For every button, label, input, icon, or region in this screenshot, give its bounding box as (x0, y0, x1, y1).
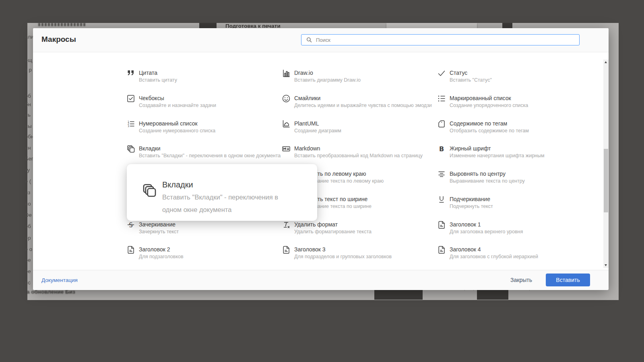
macro-title: Draw.io (294, 69, 361, 76)
macro-title: Жирный шрифт (450, 145, 545, 152)
macro-desc: Для подзаголовков (139, 253, 184, 260)
macro-grid: Цитата Вставить цитату Чекбоксы Создавай… (33, 52, 609, 270)
scroll-up-arrow[interactable] (605, 61, 607, 63)
macro-item-underline[interactable]: Подчеркивание Подчеркнуть текст (429, 195, 585, 220)
svg-text:3: 3 (128, 124, 129, 128)
bullet-list-icon (437, 94, 446, 103)
macro-item-bullet-list[interactable]: Маркированный список Создание упорядочен… (429, 94, 585, 119)
svg-text:B: B (439, 145, 444, 153)
dialog-header: Макросы (33, 28, 609, 52)
macro-desc: Создавайте и назначайте задачи (139, 102, 216, 109)
macro-desc: Для заголовка верхнего уровня (450, 228, 523, 235)
numbered-list-icon: 1 2 3 (126, 119, 136, 129)
svg-text:S: S (129, 221, 133, 228)
underline-icon (437, 195, 446, 204)
markdown-icon (281, 144, 291, 154)
macro-item-remove-format[interactable]: Удалить формат Удалить форматирование те… (274, 220, 429, 245)
macro-desc: Изменение начертания шрифта жирным (450, 152, 545, 159)
search-input[interactable] (313, 35, 579, 44)
macro-item-drawio[interactable]: Draw.io Вставить диаграмму Draw.io (274, 68, 429, 94)
dimmed-ui-block (199, 23, 217, 29)
macro-item-heading2[interactable]: Заголовок 2 Для подзаголовков (119, 245, 274, 270)
macro-desc: Вставить диаграмму Draw.io (294, 77, 361, 84)
macro-title: Заголовок 1 (450, 221, 523, 228)
macro-item-bold[interactable]: B Жирный шрифт Изменение начертания шриф… (429, 144, 585, 169)
macro-title: Смайлики (294, 95, 429, 102)
tabs-icon (126, 144, 136, 154)
macro-desc: Для подразделов и групповых заголовков (294, 253, 392, 260)
macro-item-heading1[interactable]: Заголовок 1 Для заголовка верхнего уровн… (429, 220, 585, 245)
macro-item-numbered-list[interactable]: 1 2 3 Нумерованный список Создание нумер… (119, 119, 274, 144)
document-icon (437, 220, 446, 230)
macro-desc: Создание нумерованного списка (139, 128, 215, 134)
dialog-footer: Документация Закрыть Вставить (33, 270, 609, 290)
tooltip-description: Вставить "Вкладки" - переключения в одно… (162, 191, 295, 216)
macro-title: Маркированный список (450, 95, 528, 102)
macro-title: Заголовок 3 (294, 246, 392, 253)
insert-button[interactable]: Вставить (546, 274, 590, 286)
macro-item-checkboxes[interactable]: Чекбоксы Создавайте и назначайте задачи (119, 94, 274, 119)
document-icon (126, 245, 136, 255)
macro-title: Статус (450, 69, 492, 76)
scroll-down-arrow[interactable] (605, 264, 607, 266)
quote-icon (126, 68, 136, 78)
macro-title: Содержимое по тегам (450, 120, 529, 127)
macro-desc: Для заголовков с глубокой иерархией (450, 253, 538, 260)
macro-desc: Выравнивание текста по центру (450, 178, 525, 185)
document-icon (281, 245, 291, 255)
bold-icon: B (437, 144, 446, 154)
macro-title: Markdown (294, 145, 423, 152)
tag-icon (437, 119, 446, 129)
macro-item-content-by-tags[interactable]: Содержимое по тегам Отобразить содержимо… (429, 119, 585, 144)
macro-item-align-center[interactable]: Выровнять по центру Выравнивание текста … (429, 169, 585, 195)
macro-desc: Отобразить содержимое по тегам (450, 128, 529, 134)
macro-column-3: Статус Вставить "Статус" Маркированный с… (429, 68, 585, 270)
dimmed-panel (386, 23, 477, 29)
macro-item-strikethrough[interactable]: S Зачеркивание Зачеркнуть текст (119, 220, 274, 245)
checkbox-icon (126, 94, 136, 103)
macro-desc: Создание упорядоченного списка (450, 102, 528, 109)
macro-desc: Вставить "Вкладки" - переключения в одно… (139, 152, 274, 159)
macro-title: Удалить формат (294, 221, 372, 228)
scrollbar-track[interactable] (603, 60, 609, 268)
macro-list-area: Цитата Вставить цитату Чекбоксы Создавай… (33, 52, 609, 270)
smiley-icon (281, 94, 291, 103)
dimmed-ui-block (502, 23, 512, 29)
macro-item-heading3[interactable]: Заголовок 3 Для подразделов и групповых … (274, 245, 429, 270)
macro-desc: Вставить преобразованный код Markdown на… (294, 152, 423, 159)
macros-dialog: Макросы Цитата Вставить цитату (33, 28, 609, 290)
macro-desc: Удалить форматирование текста (294, 228, 372, 235)
search-box[interactable] (301, 34, 580, 45)
close-button[interactable]: Закрыть (504, 274, 539, 286)
search-icon (305, 36, 313, 43)
macro-title: Зачеркивание (139, 221, 179, 228)
document-icon (437, 245, 446, 255)
dialog-title: Макросы (41, 35, 76, 44)
macro-desc: Вставить цитату (139, 77, 177, 84)
strikethrough-icon: S (126, 220, 136, 230)
macro-hover-tooltip: Вкладки Вставить "Вкладки" - переключени… (127, 164, 317, 221)
macro-desc: Создание диаграмм (294, 128, 341, 134)
macro-title: Цитата (139, 69, 177, 76)
macro-item-quote[interactable]: Цитата Вставить цитату (119, 68, 274, 94)
macro-item-heading4[interactable]: Заголовок 4 Для заголовков с глубокой ие… (429, 245, 585, 270)
macro-desc: Зачеркнуть текст (139, 228, 179, 235)
macro-desc: Делитесь идеями и выражайте чувства с по… (294, 102, 429, 109)
status-check-icon (437, 68, 446, 78)
macro-title: PlantUML (294, 120, 341, 127)
remove-format-icon (281, 220, 291, 230)
macro-item-status[interactable]: Статус Вставить "Статус" (429, 68, 585, 94)
macro-desc: Вставить "Статус" (450, 77, 492, 84)
scrollbar-thumb[interactable] (604, 149, 608, 212)
macro-item-plantuml[interactable]: PlantUML Создание диаграмм (274, 119, 429, 144)
macro-title: Заголовок 2 (139, 246, 184, 253)
plantuml-icon (281, 119, 291, 129)
macro-title: Подчеркивание (450, 195, 493, 203)
drawio-chart-icon (281, 68, 291, 78)
documentation-link[interactable]: Документация (41, 277, 78, 283)
macro-title: Выровнять по центру (450, 170, 525, 177)
macro-item-emoji[interactable]: Смайлики Делитесь идеями и выражайте чув… (274, 94, 429, 119)
macro-title: Заголовок 4 (450, 246, 538, 253)
tooltip-title: Вкладки (162, 180, 193, 189)
macro-desc: Подчеркнуть текст (450, 203, 493, 210)
